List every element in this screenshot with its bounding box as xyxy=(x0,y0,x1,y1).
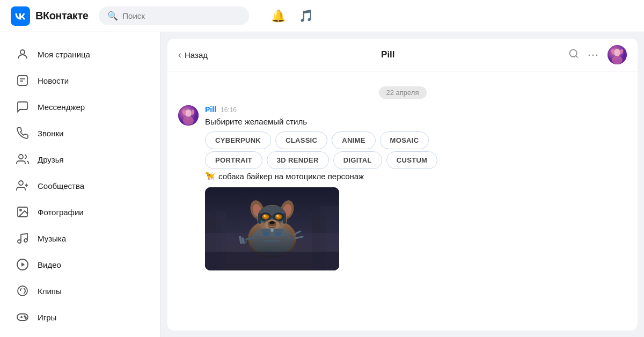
sidebar-item-my-page[interactable]: Моя страница xyxy=(4,41,156,67)
style-btn-classic[interactable]: CLASSIC xyxy=(275,131,327,149)
svg-point-58 xyxy=(276,215,279,217)
chat-panel: ‹ Назад Pill ··· xyxy=(167,39,638,331)
svg-point-20 xyxy=(569,49,576,56)
friends-icon xyxy=(15,152,30,167)
sidebar-label-my-page: Моя страница xyxy=(38,50,90,59)
chat-header: ‹ Назад Pill ··· xyxy=(167,39,638,71)
search-chat-icon[interactable] xyxy=(568,48,579,62)
svg-point-28 xyxy=(185,109,192,117)
sidebar-item-calls[interactable]: Звонки xyxy=(4,120,156,146)
svg-point-62 xyxy=(269,221,275,224)
dog-image-svg xyxy=(205,187,339,270)
sidebar-label-news: Новости xyxy=(38,76,69,85)
message-sender: Pill xyxy=(205,105,216,114)
sidebar-label-clips: Клипы xyxy=(38,287,62,296)
back-button[interactable]: ‹ Назад xyxy=(178,49,208,61)
svg-point-72 xyxy=(270,229,274,232)
svg-point-70 xyxy=(276,219,279,222)
avatar-image xyxy=(608,45,627,64)
svg-point-14 xyxy=(18,286,27,296)
sidebar-label-video: Видео xyxy=(38,260,61,269)
svg-point-4 xyxy=(19,155,23,159)
chat-actions: ··· xyxy=(568,45,627,64)
content-area: ‹ Назад Pill ··· xyxy=(161,32,644,337)
sidebar-item-news[interactable]: Новости xyxy=(4,68,156,93)
sidebar-label-games: Игры xyxy=(38,313,56,322)
message-row: Pill 16:16 Выбирите желаемый стиль CYBER… xyxy=(178,105,627,270)
back-arrow-icon: ‹ xyxy=(178,49,181,61)
sidebar-item-clips[interactable]: Клипы xyxy=(4,278,156,304)
style-btn-mosaic[interactable]: MOSAIC xyxy=(380,131,429,149)
main-layout: Моя страница Новости Мессенджер xyxy=(0,32,644,337)
dog-message-text: собака байкер на мотоцикле персонаж xyxy=(218,172,364,181)
my-page-icon xyxy=(15,47,30,62)
search-input[interactable] xyxy=(122,11,240,20)
music-icon[interactable]: 🎵 xyxy=(298,9,313,24)
style-btn-anime[interactable]: ANIME xyxy=(332,131,375,149)
sidebar-label-photos: Фотографии xyxy=(38,208,84,217)
style-btn-portrait[interactable]: PORTRAIT xyxy=(205,151,262,169)
more-options-icon[interactable]: ··· xyxy=(588,48,599,62)
message-meta: Pill 16:16 xyxy=(205,105,627,114)
news-icon xyxy=(15,73,30,88)
app-title: ВКонтакте xyxy=(35,10,88,22)
svg-point-11 xyxy=(24,239,27,242)
sidebar-label-music: Музыка xyxy=(38,234,66,243)
clips-icon xyxy=(15,283,30,298)
sidebar-item-friends[interactable]: Друзья xyxy=(4,146,156,172)
svg-point-69 xyxy=(265,219,268,222)
sidebar-item-messenger[interactable]: Мессенджер xyxy=(4,94,156,120)
style-btn-digital[interactable]: DIGITAL xyxy=(333,151,382,169)
top-icons: 🔔 🎵 xyxy=(270,9,313,24)
photos-icon xyxy=(15,204,30,219)
message-avatar xyxy=(178,105,199,126)
music-nav-icon xyxy=(15,231,30,246)
search-bar[interactable]: 🔍 xyxy=(99,6,249,25)
sidebar-item-photos[interactable]: Фотографии xyxy=(4,199,156,225)
style-btn-3drender[interactable]: 3D RENDER xyxy=(267,151,329,169)
svg-point-57 xyxy=(264,215,266,217)
sidebar-label-messenger: Мессенджер xyxy=(38,102,85,112)
style-buttons-container: CYBERPUNK CLASSIC ANIME MOSAIC xyxy=(205,131,627,149)
style-btn-custum[interactable]: CUSTUM xyxy=(386,151,437,169)
calls-icon xyxy=(15,126,30,141)
chat-title: Pill xyxy=(214,49,562,60)
date-badge: 22 апреля xyxy=(379,86,427,99)
sidebar-item-communities[interactable]: Сообщества xyxy=(4,173,156,199)
svg-rect-59 xyxy=(271,215,273,218)
sidebar: Моя страница Новости Мессенджер xyxy=(0,32,161,337)
svg-point-18 xyxy=(24,316,25,317)
svg-point-55 xyxy=(262,214,269,219)
svg-point-5 xyxy=(19,181,23,185)
svg-marker-13 xyxy=(21,262,25,267)
messenger-icon xyxy=(15,99,30,114)
chat-avatar[interactable] xyxy=(608,45,627,64)
svg-point-56 xyxy=(275,214,282,219)
svg-rect-73 xyxy=(205,252,339,270)
chat-messages: 22 апреля xyxy=(167,71,638,331)
svg-point-23 xyxy=(614,49,620,56)
search-icon: 🔍 xyxy=(107,11,118,21)
svg-line-21 xyxy=(576,55,578,57)
style-btn-cyberpunk[interactable]: CYBERPUNK xyxy=(205,131,271,149)
message-time: 16:16 xyxy=(221,106,237,114)
dog-message: 🦮 собака байкер на мотоцикле персонаж xyxy=(205,171,627,181)
sidebar-label-calls: Звонки xyxy=(38,129,63,138)
svg-point-10 xyxy=(18,240,21,243)
dog-emoji: 🦮 xyxy=(205,171,215,181)
message-content: Pill 16:16 Выбирите желаемый стиль CYBER… xyxy=(205,105,627,270)
message-text: Выбирите желаемый стиль xyxy=(205,117,627,126)
vk-logo-icon xyxy=(11,6,30,26)
notifications-icon[interactable]: 🔔 xyxy=(270,9,286,24)
sidebar-item-games[interactable]: Игры xyxy=(4,304,156,330)
svg-point-29 xyxy=(183,116,194,125)
dog-image xyxy=(205,187,339,270)
sidebar-label-friends: Друзья xyxy=(38,155,64,164)
date-divider: 22 апреля xyxy=(178,86,627,99)
sidebar-label-communities: Сообщества xyxy=(38,181,84,191)
sidebar-item-video[interactable]: Видео xyxy=(4,252,156,277)
svg-rect-1 xyxy=(18,76,27,85)
style-buttons-row2: PORTRAIT 3D RENDER DIGITAL CUSTUM xyxy=(205,151,627,169)
sidebar-item-music[interactable]: Музыка xyxy=(4,225,156,251)
svg-rect-43 xyxy=(263,232,269,236)
